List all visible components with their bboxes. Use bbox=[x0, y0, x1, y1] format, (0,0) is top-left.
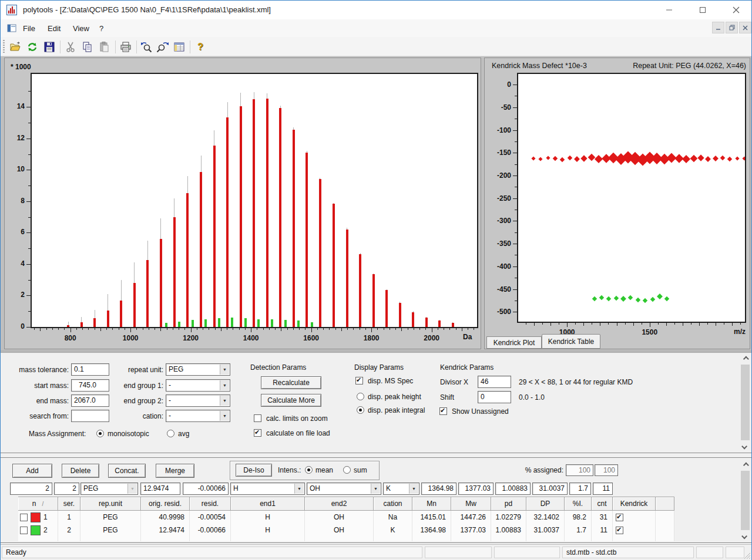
concat-button[interactable]: Concat. bbox=[108, 464, 146, 478]
kendrick-point-unassigned bbox=[664, 296, 669, 301]
menu-file[interactable]: File bbox=[19, 23, 39, 34]
kendrick-checkbox[interactable] bbox=[616, 527, 623, 534]
zoom-next-button[interactable] bbox=[155, 39, 170, 55]
copy-button[interactable] bbox=[80, 39, 95, 55]
edit-mw-field[interactable]: 1377.03 bbox=[458, 483, 494, 495]
cell-cnt: 11 bbox=[592, 524, 613, 537]
chevron-down-icon[interactable]: ▼ bbox=[371, 484, 380, 494]
end-group2-dropdown[interactable]: - ▼ bbox=[166, 394, 230, 407]
scrollbar-thumb[interactable] bbox=[741, 365, 750, 440]
edit-ser-field[interactable]: 2 bbox=[54, 483, 79, 495]
status-ready: Ready bbox=[2, 546, 422, 558]
avg-radio[interactable] bbox=[167, 430, 174, 437]
print-button[interactable] bbox=[118, 39, 133, 55]
shift-field[interactable]: 0 bbox=[478, 391, 511, 403]
edit-dp-field[interactable]: 31.0037 bbox=[532, 483, 568, 495]
cation-dropdown[interactable]: - ▼ bbox=[166, 410, 230, 422]
chevron-down-icon[interactable]: ▼ bbox=[220, 365, 229, 375]
end-mass-field[interactable]: 2067.0 bbox=[71, 394, 109, 407]
table-row[interactable]: 11PEG40.9998-0.00054HOHNa1415.011447.261… bbox=[18, 511, 674, 524]
disp-peak-integral-radio[interactable] bbox=[357, 406, 364, 414]
edit-end1-dropdown[interactable]: H▼ bbox=[230, 483, 305, 495]
resize-grip-icon[interactable] bbox=[744, 552, 751, 559]
close-button[interactable] bbox=[723, 1, 750, 19]
table-row[interactable]: 22PEG12.9474-0.00066HOHK1364.981377.031.… bbox=[18, 524, 674, 537]
kendrick-checkbox[interactable] bbox=[616, 514, 623, 521]
spectrum-plot-area[interactable] bbox=[31, 73, 478, 328]
chevron-down-icon[interactable]: ▼ bbox=[220, 396, 229, 406]
y-tick bbox=[26, 264, 31, 265]
toolbar-grip[interactable] bbox=[3, 40, 5, 54]
cut-button[interactable] bbox=[63, 39, 78, 55]
mass-tolerance-field[interactable]: 0.1 bbox=[71, 363, 109, 376]
paste-button[interactable] bbox=[97, 39, 112, 55]
menu-view[interactable]: View bbox=[69, 23, 93, 34]
column-header-ser: ser. bbox=[58, 497, 80, 511]
open-button[interactable] bbox=[8, 39, 23, 55]
deiso-button[interactable]: De-Iso bbox=[236, 464, 272, 477]
zoom-previous-button[interactable] bbox=[139, 39, 155, 55]
calculate-more-button[interactable]: Calculate More bbox=[261, 394, 321, 407]
chevron-down-icon[interactable]: ▼ bbox=[294, 484, 304, 494]
chevron-down-icon[interactable]: ▼ bbox=[220, 380, 229, 390]
minimize-button[interactable] bbox=[656, 1, 683, 19]
x-tick bbox=[100, 328, 101, 331]
calc-limits-checkbox[interactable] bbox=[254, 414, 261, 422]
edit-cation-dropdown[interactable]: K▼ bbox=[383, 483, 419, 495]
recalculate-button[interactable]: Recalculate bbox=[261, 376, 321, 389]
disp-ms-checkbox[interactable] bbox=[355, 377, 363, 384]
table-scrollbar[interactable] bbox=[740, 460, 750, 541]
repeat-unit-dropdown[interactable]: PEG ▼ bbox=[166, 363, 230, 376]
pct-assigned-field-2[interactable]: 100 bbox=[595, 464, 618, 476]
edit-cnt-field[interactable]: 11 bbox=[593, 483, 613, 495]
edit-end2-dropdown[interactable]: OH▼ bbox=[307, 483, 381, 495]
tab-kendrick-table[interactable]: Kendrick Table bbox=[542, 334, 600, 349]
edit-resid-field[interactable]: -0.00066 bbox=[183, 483, 229, 495]
edit-orig_resid-field[interactable]: 12.9474 bbox=[140, 483, 180, 495]
edit-mn-field[interactable]: 1364.98 bbox=[421, 483, 456, 495]
merge-button[interactable]: Merge bbox=[156, 464, 194, 478]
chevron-down-icon[interactable]: ▼ bbox=[220, 411, 229, 421]
scroll-up-arrow[interactable] bbox=[740, 354, 750, 364]
row-select-checkbox[interactable] bbox=[20, 514, 28, 521]
chevron-down-icon[interactable]: ▼ bbox=[409, 484, 418, 494]
chevron-down-icon[interactable]: ▼ bbox=[127, 484, 137, 494]
menu-edit[interactable]: Edit bbox=[44, 23, 64, 34]
help-button[interactable]: ? bbox=[193, 39, 208, 55]
mdi-close-button[interactable] bbox=[739, 22, 751, 33]
mdi-minimize-button[interactable] bbox=[712, 22, 724, 33]
show-unassigned-checkbox[interactable] bbox=[439, 407, 447, 415]
scroll-down-arrow[interactable] bbox=[740, 531, 750, 541]
maximize-button[interactable] bbox=[689, 1, 716, 19]
search-from-field[interactable] bbox=[71, 410, 109, 422]
scrollbar-thumb[interactable] bbox=[741, 471, 750, 530]
scroll-up-arrow[interactable] bbox=[740, 460, 750, 470]
end-group1-dropdown[interactable]: - ▼ bbox=[166, 379, 230, 392]
edit-n-field[interactable]: 2 bbox=[10, 483, 52, 495]
monoisotopic-radio[interactable] bbox=[96, 430, 104, 437]
pct-assigned-field-1[interactable]: 100 bbox=[566, 464, 593, 476]
peak-table-button[interactable] bbox=[172, 39, 187, 55]
intens-sum-radio[interactable] bbox=[343, 466, 351, 474]
refresh-button[interactable] bbox=[25, 39, 40, 55]
save-button[interactable] bbox=[42, 39, 57, 55]
tab-kendrick-plot[interactable]: Kendrick Plot bbox=[486, 336, 542, 349]
spectrum-bar bbox=[107, 311, 109, 327]
calc-on-load-checkbox[interactable] bbox=[254, 429, 261, 437]
params-scrollbar[interactable] bbox=[740, 354, 750, 451]
edit-pct_i-field[interactable]: 1.7 bbox=[569, 483, 591, 495]
add-button[interactable]: Add bbox=[12, 464, 52, 478]
start-mass-field[interactable]: 745.0 bbox=[71, 379, 109, 392]
kendrick-plot-area[interactable] bbox=[517, 73, 746, 323]
mdi-restore-button[interactable] bbox=[726, 22, 738, 33]
edit-rep_unit-dropdown[interactable]: PEG▼ bbox=[80, 483, 138, 495]
disp-peak-height-radio[interactable] bbox=[357, 393, 364, 400]
edit-pd-field[interactable]: 1.00883 bbox=[495, 483, 531, 495]
delete-button[interactable]: Delete bbox=[62, 464, 99, 478]
scroll-down-arrow[interactable] bbox=[740, 441, 750, 451]
divisor-field[interactable]: 46 bbox=[478, 376, 511, 388]
menu-help[interactable]: ? bbox=[96, 23, 107, 34]
row-number: 2 bbox=[43, 526, 48, 534]
intens-mean-radio[interactable] bbox=[305, 466, 313, 474]
row-select-checkbox[interactable] bbox=[20, 527, 28, 534]
